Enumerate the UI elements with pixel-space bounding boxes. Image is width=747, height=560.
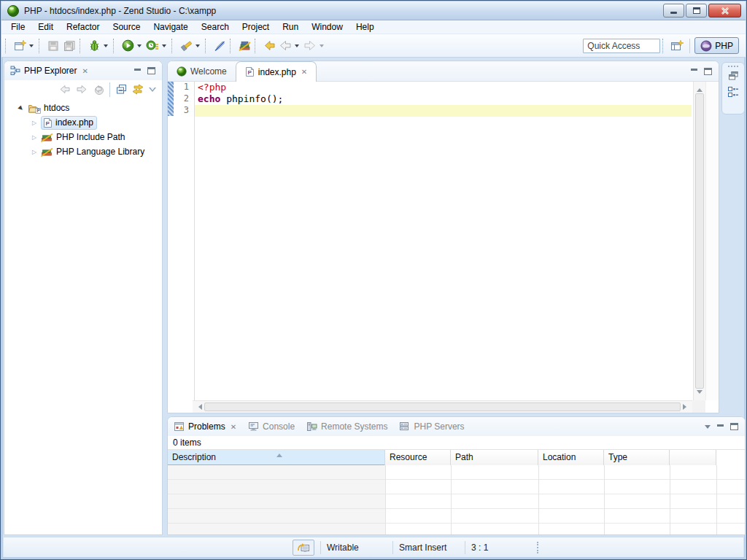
minimize-icon[interactable] <box>691 69 697 71</box>
maximize-icon[interactable] <box>730 423 738 430</box>
search-dropdown[interactable] <box>196 44 200 50</box>
column-path[interactable]: Path <box>451 450 538 466</box>
back-nav-icon[interactable] <box>59 85 71 94</box>
menu-project[interactable]: Project <box>236 20 276 34</box>
tab-php-servers[interactable]: PHP Servers <box>393 417 470 436</box>
menu-run[interactable]: Run <box>276 20 305 34</box>
menu-refactor[interactable]: Refactor <box>60 20 106 34</box>
menu-navigate[interactable]: Navigate <box>147 20 194 34</box>
maximize-icon[interactable] <box>147 67 155 74</box>
expander-closed-icon[interactable]: ▷ <box>31 120 38 126</box>
expander-open-icon[interactable]: ▶ <box>16 103 26 112</box>
menu-source[interactable]: Source <box>106 20 147 34</box>
tab-php-explorer[interactable]: PHP Explorer ✕ <box>4 61 94 80</box>
tree-item-index-php[interactable]: ▷ P index.php <box>4 115 162 130</box>
tree-label-index-php: index.php <box>55 117 93 128</box>
tab-problems[interactable]: Problems ✕ <box>168 417 242 436</box>
menu-help[interactable]: Help <box>349 20 381 34</box>
collapse-all-icon[interactable] <box>116 84 127 95</box>
forward-nav-icon[interactable] <box>76 85 88 94</box>
scroll-down-icon[interactable] <box>697 390 703 397</box>
window-minimize-button[interactable] <box>663 4 684 18</box>
up-nav-icon[interactable] <box>93 85 104 95</box>
minimize-icon[interactable] <box>134 69 141 71</box>
php-servers-icon <box>399 421 410 432</box>
view-menu-icon[interactable] <box>705 425 711 432</box>
save-button[interactable] <box>45 38 61 54</box>
run-icon <box>122 39 134 52</box>
quick-access-input[interactable] <box>583 39 660 53</box>
title-bar[interactable]: PHP - htdocs/index.php - Zend Studio - C… <box>1 1 746 20</box>
explorer-toolbar <box>4 80 162 98</box>
editor-body[interactable]: 1 2 3 <?php echo phpinfo(); <box>168 82 719 413</box>
menu-file[interactable]: File <box>4 20 31 34</box>
search-button[interactable] <box>178 38 194 54</box>
column-description[interactable]: Description <box>168 450 385 466</box>
column-location[interactable]: Location <box>538 450 604 466</box>
drag-handle[interactable] <box>728 66 738 67</box>
close-icon <box>721 7 729 15</box>
tab-remote-systems[interactable]: Remote Systems <box>301 417 393 436</box>
php-perspective-button[interactable]: PHP <box>694 37 739 54</box>
close-icon[interactable]: ✕ <box>82 67 88 75</box>
tab-welcome[interactable]: Welcome <box>168 61 236 81</box>
bookshelf-button[interactable] <box>236 38 252 54</box>
run-button[interactable] <box>120 38 136 54</box>
horizontal-scroll-thumb[interactable] <box>204 402 681 411</box>
tree-item-htdocs[interactable]: ▶ P htdocs <box>4 101 162 115</box>
open-perspective-button[interactable] <box>669 38 685 54</box>
expander-closed-icon[interactable]: ▷ <box>31 149 38 155</box>
profile-dropdown[interactable] <box>162 44 166 50</box>
toolbar-separator <box>80 39 82 53</box>
vertical-scrollbar[interactable] <box>693 82 705 400</box>
menu-window[interactable]: Window <box>305 20 349 34</box>
debug-button[interactable] <box>86 38 102 54</box>
forward-button[interactable] <box>302 38 318 54</box>
minimize-icon[interactable] <box>717 424 724 427</box>
tab-console[interactable]: Console <box>242 417 301 436</box>
column-resource[interactable]: Resource <box>385 450 451 466</box>
debug-dropdown[interactable] <box>104 44 108 50</box>
problems-table-body[interactable] <box>168 465 745 535</box>
profile-button[interactable] <box>144 38 160 54</box>
close-icon[interactable]: ✕ <box>301 68 307 76</box>
maximize-icon <box>693 7 700 14</box>
last-edit-location-button[interactable] <box>261 38 277 54</box>
scroll-left-icon[interactable] <box>196 404 202 410</box>
scroll-up-icon[interactable] <box>697 85 703 92</box>
window-close-button[interactable] <box>708 4 741 18</box>
link-with-editor-icon[interactable] <box>132 84 144 95</box>
view-menu-icon[interactable] <box>149 88 156 96</box>
window-maximize-button[interactable] <box>686 4 707 18</box>
menu-edit[interactable]: Edit <box>31 20 60 34</box>
back-dropdown[interactable] <box>295 44 299 50</box>
save-all-button[interactable] <box>61 38 77 54</box>
horizontal-scrollbar[interactable] <box>193 400 692 413</box>
php-file-icon: P <box>245 66 255 77</box>
back-button[interactable] <box>277 38 293 54</box>
maximize-icon[interactable] <box>704 68 712 75</box>
column-type[interactable]: Type <box>604 450 670 466</box>
tree-label-include-path: PHP Include Path <box>56 132 125 142</box>
new-dropdown[interactable] <box>29 44 34 50</box>
forward-dropdown[interactable] <box>320 44 324 50</box>
close-icon[interactable]: ✕ <box>231 423 236 431</box>
scroll-right-icon[interactable] <box>683 404 689 410</box>
restore-view-icon[interactable] <box>728 71 739 81</box>
vertical-scroll-thumb[interactable] <box>695 93 704 389</box>
tree-item-include-path[interactable]: ▷ PHP Include Path <box>4 130 162 144</box>
outline-view-icon[interactable] <box>727 86 739 98</box>
menu-search[interactable]: Search <box>195 20 236 34</box>
launch-toolbar-button[interactable] <box>293 540 314 556</box>
status-drag-grip[interactable] <box>537 542 538 553</box>
mark-occurrences-button[interactable] <box>212 38 228 54</box>
folder-php-icon: P <box>28 103 41 114</box>
description-column-background <box>168 465 385 535</box>
tree-item-language-library[interactable]: ▷ PHP Language Library <box>4 144 162 159</box>
new-wizard-button[interactable] <box>12 38 28 54</box>
run-dropdown[interactable] <box>137 44 142 50</box>
tab-index-php[interactable]: P index.php ✕ <box>236 61 317 82</box>
minimize-icon <box>670 12 677 14</box>
toolbar-separator <box>113 39 116 53</box>
expander-closed-icon[interactable]: ▷ <box>31 134 38 141</box>
